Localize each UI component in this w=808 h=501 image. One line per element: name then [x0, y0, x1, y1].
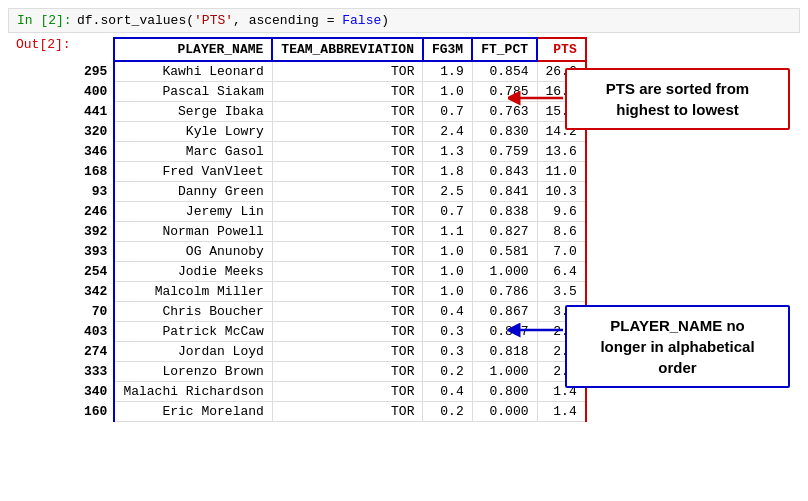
annotation-player-text: PLAYER_NAME no longer in alphabetical or…	[565, 305, 790, 388]
cell-fg3m: 1.8	[423, 162, 472, 182]
cell-team: TOR	[272, 222, 423, 242]
col-header-pts: PTS	[537, 38, 586, 61]
cell-ftpct: 0.759	[472, 142, 537, 162]
cell-player: OG Anunoby	[114, 242, 272, 262]
arrow-player-icon	[508, 320, 568, 340]
table-row: 342Malcolm MillerTOR1.00.7863.5	[76, 282, 586, 302]
cell-pts: 11.0	[537, 162, 586, 182]
cell-index: 403	[76, 322, 114, 342]
annotation-player-order: PLAYER_NAME no longer in alphabetical or…	[565, 305, 790, 388]
cell-pts: 10.3	[537, 182, 586, 202]
cell-index: 93	[76, 182, 114, 202]
col-header-ftpct: FT_PCT	[472, 38, 537, 61]
table-row: 70Chris BoucherTOR0.40.8673.3	[76, 302, 586, 322]
code-mid: , ascending =	[233, 13, 342, 28]
col-header-team: TEAM_ABBREVIATION	[272, 38, 423, 61]
cell-index: 254	[76, 262, 114, 282]
cell-pts: 1.4	[537, 402, 586, 422]
cell-index: 342	[76, 282, 114, 302]
cell-ftpct: 0.838	[472, 202, 537, 222]
cell-fg3m: 0.2	[423, 402, 472, 422]
cell-team: TOR	[272, 382, 423, 402]
code-bool: False	[342, 13, 381, 28]
code-line: df.sort_values('PTS', ascending = False)	[77, 13, 389, 28]
table-row: 274Jordan LoydTOR0.30.8182.4	[76, 342, 586, 362]
code-suffix: )	[381, 13, 389, 28]
cell-team: TOR	[272, 182, 423, 202]
cell-index: 160	[76, 402, 114, 422]
cell-index: 295	[76, 61, 114, 82]
cell-fg3m: 1.0	[423, 242, 472, 262]
cell-team: TOR	[272, 162, 423, 182]
cell-pts: 13.6	[537, 142, 586, 162]
cell-index: 333	[76, 362, 114, 382]
table-row: 333Lorenzo BrownTOR0.21.0002.1	[76, 362, 586, 382]
cell-pts: 3.5	[537, 282, 586, 302]
cell-ftpct: 1.000	[472, 362, 537, 382]
table-row: 320Kyle LowryTOR2.40.83014.2	[76, 122, 586, 142]
cell-fg3m: 0.4	[423, 382, 472, 402]
cell-index: 274	[76, 342, 114, 362]
cell-fg3m: 0.7	[423, 102, 472, 122]
cell-player: Jordan Loyd	[114, 342, 272, 362]
cell-team: TOR	[272, 122, 423, 142]
cell-player: Fred VanVleet	[114, 162, 272, 182]
cell-player: Serge Ibaka	[114, 102, 272, 122]
cell-player: Jodie Meeks	[114, 262, 272, 282]
cell-team: TOR	[272, 102, 423, 122]
cell-player: Kyle Lowry	[114, 122, 272, 142]
cell-fg3m: 0.7	[423, 202, 472, 222]
code-prefix: df.sort_values(	[77, 13, 194, 28]
cell-player: Danny Green	[114, 182, 272, 202]
cell-player: Jeremy Lin	[114, 202, 272, 222]
cell-index: 168	[76, 162, 114, 182]
col-header-fg3m: FG3M	[423, 38, 472, 61]
cell-fg3m: 2.5	[423, 182, 472, 202]
cell-team: TOR	[272, 202, 423, 222]
cell-player: Malcolm Miller	[114, 282, 272, 302]
cell-team: TOR	[272, 82, 423, 102]
cell-index: 70	[76, 302, 114, 322]
cell-index: 400	[76, 82, 114, 102]
cell-fg3m: 0.3	[423, 322, 472, 342]
cell-index: 246	[76, 202, 114, 222]
cell-ftpct: 0.827	[472, 222, 537, 242]
cell-fg3m: 1.0	[423, 82, 472, 102]
cell-ftpct: 0.786	[472, 282, 537, 302]
cell-player: Marc Gasol	[114, 142, 272, 162]
cell-fg3m: 0.4	[423, 302, 472, 322]
cell-pts: 9.6	[537, 202, 586, 222]
cell-index: 346	[76, 142, 114, 162]
table-row: 340Malachi RichardsonTOR0.40.8001.4	[76, 382, 586, 402]
cell-team: TOR	[272, 322, 423, 342]
cell-pts: 6.4	[537, 262, 586, 282]
cell-input: In [2]: df.sort_values('PTS', ascending …	[8, 8, 800, 33]
cell-fg3m: 1.0	[423, 282, 472, 302]
cell-player: Lorenzo Brown	[114, 362, 272, 382]
cell-index: 320	[76, 122, 114, 142]
col-header-index	[76, 38, 114, 61]
cell-team: TOR	[272, 402, 423, 422]
cell-ftpct: 0.818	[472, 342, 537, 362]
cell-player: Chris Boucher	[114, 302, 272, 322]
table-row: 168Fred VanVleetTOR1.80.84311.0	[76, 162, 586, 182]
table-row: 392Norman PowellTOR1.10.8278.6	[76, 222, 586, 242]
cell-team: TOR	[272, 282, 423, 302]
cell-output-label: Out[2]:	[16, 37, 76, 52]
cell-ftpct: 0.841	[472, 182, 537, 202]
cell-ftpct: 0.867	[472, 302, 537, 322]
arrow-pts-icon	[508, 88, 568, 108]
cell-team: TOR	[272, 61, 423, 82]
table-row: 295Kawhi LeonardTOR1.90.85426.6	[76, 61, 586, 82]
cell-fg3m: 0.2	[423, 362, 472, 382]
cell-player: Malachi Richardson	[114, 382, 272, 402]
cell-team: TOR	[272, 362, 423, 382]
table-row: 254Jodie MeeksTOR1.01.0006.4	[76, 262, 586, 282]
code-string: 'PTS'	[194, 13, 233, 28]
cell-team: TOR	[272, 242, 423, 262]
table-row: 246Jeremy LinTOR0.70.8389.6	[76, 202, 586, 222]
cell-ftpct: 0.843	[472, 162, 537, 182]
cell-index: 393	[76, 242, 114, 262]
table-row: 346Marc GasolTOR1.30.75913.6	[76, 142, 586, 162]
cell-pts: 7.0	[537, 242, 586, 262]
